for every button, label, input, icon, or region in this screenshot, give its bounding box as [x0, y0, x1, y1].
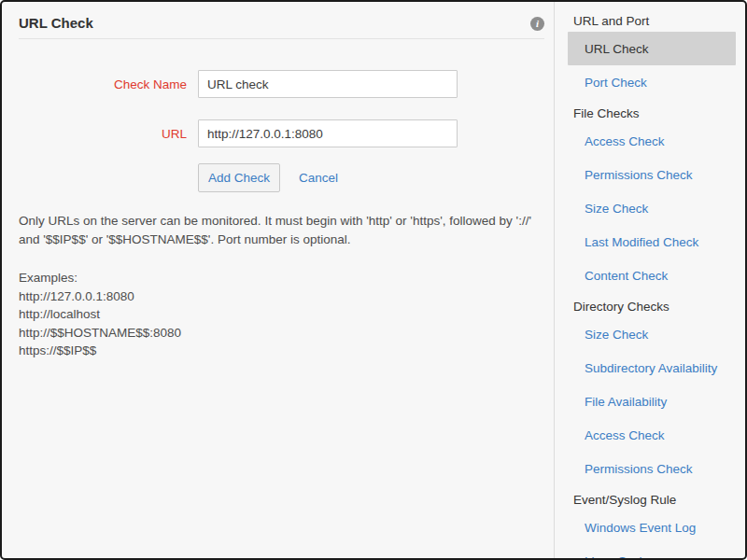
sidebar-item-dir-access-check[interactable]: Access Check [568, 418, 736, 452]
sidebar-item-file-permissions-check[interactable]: Permissions Check [568, 158, 736, 191]
check-name-label: Check Name [2, 77, 187, 91]
sidebar-item-last-modified-check[interactable]: Last Modified Check [568, 225, 736, 259]
examples-block: Examples: http://127.0.0.1:8080 http://l… [19, 269, 546, 360]
sidebar-heading-directory-checks: Directory Checks [568, 292, 736, 317]
info-icon[interactable]: i [530, 17, 544, 31]
sidebar-item-dir-size-check[interactable]: Size Check [568, 317, 736, 351]
sidebar-item-subdirectory-availability[interactable]: Subdirectory Availability [568, 351, 736, 385]
panel-header: URL Check i [19, 15, 544, 39]
sidebar-heading-event-syslog-rule: Event/Syslog Rule [568, 485, 736, 511]
sidebar-heading-url-and-port: URL and Port [568, 7, 736, 32]
sidebar-item-file-availability[interactable]: File Availability [568, 385, 736, 418]
example-line: http://$$HOSTNAME$$:8080 [19, 324, 546, 343]
main-panel: URL Check i Check Name URL Add Check Can… [2, 2, 554, 558]
sidebar-item-dir-permissions-check[interactable]: Permissions Check [568, 452, 736, 485]
sidebar-nav: URL and Port URL Check Port Check File C… [554, 2, 745, 558]
add-check-button[interactable]: Add Check [198, 163, 280, 192]
page-title: URL Check [19, 15, 93, 32]
example-line: http://127.0.0.1:8080 [19, 287, 546, 306]
sidebar-item-file-access-check[interactable]: Access Check [568, 124, 736, 158]
app-window: URL Check i Check Name URL Add Check Can… [0, 0, 747, 560]
form-actions: Add Check Cancel [198, 163, 554, 192]
sidebar-item-url-check[interactable]: URL Check [568, 32, 736, 65]
check-name-row: Check Name [2, 70, 554, 98]
cancel-link[interactable]: Cancel [299, 171, 338, 185]
sidebar-item-port-check[interactable]: Port Check [568, 65, 736, 99]
url-label: URL [2, 127, 187, 141]
url-input[interactable] [198, 119, 458, 147]
sidebar-item-windows-event-log[interactable]: Windows Event Log [568, 511, 736, 544]
example-line: http://localhost [19, 305, 546, 324]
example-line: https://$$IP$$ [19, 342, 546, 360]
url-row: URL [2, 119, 554, 147]
help-description: Only URLs on the server can be monitored… [19, 212, 546, 249]
examples-heading: Examples: [19, 269, 546, 287]
sidebar-heading-file-checks: File Checks [568, 99, 736, 124]
check-name-input[interactable] [198, 70, 458, 98]
sidebar-item-linux-syslog[interactable]: Linux Syslog [568, 544, 736, 558]
sidebar-item-file-size-check[interactable]: Size Check [568, 191, 736, 225]
sidebar-item-content-check[interactable]: Content Check [568, 259, 736, 292]
